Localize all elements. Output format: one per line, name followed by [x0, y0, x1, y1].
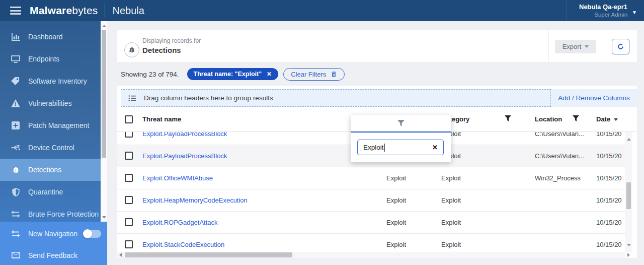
clear-input-icon[interactable]: ✕: [432, 144, 438, 151]
vertical-scrollbar-thumb[interactable]: [626, 182, 631, 209]
table-row[interactable]: Exploit.HeapMemoryCodeExecutionExploitEx…: [117, 189, 625, 212]
sidebar-item-detections[interactable]: Detections: [0, 159, 101, 181]
header-divider: [548, 30, 549, 63]
scroll-left-icon[interactable]: [119, 253, 122, 257]
showing-count: Showing 23 of 794.: [121, 71, 179, 78]
sidebar-item-dashboard[interactable]: Dashboard: [0, 26, 101, 48]
scroll-down-icon[interactable]: [625, 242, 632, 248]
type-cell: Exploit: [386, 241, 406, 248]
scroll-up-icon[interactable]: [101, 23, 107, 29]
column-location[interactable]: Location: [535, 115, 562, 123]
sidebar-item-label: Brute Force Protection: [28, 210, 99, 218]
sidebar-item-device-control[interactable]: Device Control: [0, 137, 101, 159]
swap-arrows-icon: [11, 209, 21, 219]
row-checkbox[interactable]: [125, 240, 133, 248]
horizontal-scrollbar-thumb[interactable]: [125, 252, 292, 257]
row-checkbox[interactable]: [125, 174, 133, 182]
sidebar-item-software-inventory[interactable]: Software Inventory: [0, 70, 101, 92]
sidebar-item-patch-management[interactable]: Patch Management: [0, 114, 101, 137]
dashboard-icon: [11, 32, 21, 42]
sidebar-item-label: Vulnerabilities: [28, 99, 72, 107]
category-cell: Exploit: [441, 219, 461, 226]
row-checkbox[interactable]: [125, 132, 133, 138]
horizontal-scrollbar[interactable]: [117, 252, 625, 258]
sidebar-item-new-navigation[interactable]: New Navigation: [0, 223, 107, 244]
refresh-button[interactable]: [612, 39, 629, 54]
threat-name-link[interactable]: Exploit.OfficeWMIAbuse: [142, 174, 213, 182]
close-icon[interactable]: ✕: [267, 71, 272, 78]
threat-name-link[interactable]: Exploit.StackCodeExecution: [142, 241, 224, 248]
vertical-scrollbar[interactable]: [625, 132, 632, 252]
sidebar-item-label: Detections: [28, 166, 61, 174]
sort-desc-icon: [614, 118, 618, 121]
category-cell: Exploit: [441, 241, 461, 248]
bug-icon: [124, 42, 139, 57]
sidebar-item-label: Quarantine: [28, 188, 63, 196]
add-remove-columns-link[interactable]: Add / Remove Columns: [558, 94, 630, 102]
group-list-icon: [128, 95, 136, 102]
sidebar-scrollbar-thumb[interactable]: [102, 30, 106, 158]
clear-filters-button[interactable]: Clear Filters: [283, 68, 345, 81]
envelope-icon: [11, 250, 21, 260]
scroll-up-icon[interactable]: [625, 136, 632, 143]
row-checkbox[interactable]: [125, 196, 133, 204]
threat-name-link[interactable]: Exploit.PayloadProcessBlock: [142, 132, 227, 138]
account-menu[interactable]: Nebula Qa-epr1 Super Admin ▼: [567, 0, 644, 21]
add-remove-columns-band: Add / Remove Columns: [551, 89, 637, 107]
filter-icon[interactable]: [505, 115, 511, 122]
scroll-right-icon[interactable]: [625, 252, 632, 258]
date-cell: 10/15/20: [596, 219, 625, 226]
date-cell: 10/15/20: [596, 241, 625, 248]
scroll-down-icon[interactable]: [101, 214, 107, 221]
software-inventory-icon: [11, 76, 21, 86]
sidebar-item-send-feedback[interactable]: Send Feedback: [0, 244, 107, 265]
table-row[interactable]: Exploit.OfficeWMIAbuseExploitExploitWin3…: [117, 167, 625, 189]
sidebar-item-endpoints[interactable]: Endpoints: [0, 48, 101, 70]
type-cell: Exploit: [386, 196, 406, 204]
product-name: Nebula: [112, 5, 144, 17]
type-cell: Exploit: [386, 174, 406, 182]
threat-name-link[interactable]: Exploit.HeapMemoryCodeExecution: [142, 196, 248, 204]
sidebar-item-label: New Navigation: [28, 230, 77, 238]
row-checkbox[interactable]: [125, 152, 133, 160]
location-cell: C:\Users\Vulan...: [535, 152, 584, 160]
sidebar-item-quarantine[interactable]: Quarantine: [0, 181, 101, 203]
date-cell: 10/15/20: [596, 174, 625, 182]
account-role: Super Admin: [579, 11, 627, 18]
row-checkbox[interactable]: [125, 218, 133, 226]
category-cell: Exploit: [441, 196, 461, 204]
threat-name-filter-chip[interactable]: Threat name: "Exploit" ✕: [187, 68, 279, 80]
new-navigation-toggle[interactable]: [84, 230, 101, 238]
swap-arrows-icon: [11, 229, 21, 239]
export-button[interactable]: Export: [555, 40, 596, 53]
text-cursor: [384, 144, 385, 152]
threat-name-link[interactable]: Exploit.PayloadProcessBlock: [142, 152, 227, 160]
column-threat-name[interactable]: Threat name: [142, 115, 181, 123]
filter-icon[interactable]: [573, 115, 579, 122]
shield-icon: [11, 187, 21, 197]
filter-icon[interactable]: [351, 115, 451, 131]
column-date[interactable]: Date: [596, 115, 618, 123]
page-title: Detections: [142, 46, 181, 54]
malwarebytes-logo: Malwarebytes: [30, 5, 98, 17]
hamburger-menu-icon[interactable]: [10, 7, 21, 15]
column-filter-popup: Exploit ✕: [351, 115, 451, 162]
chevron-down-icon: ▼: [632, 10, 637, 15]
location-cell: C:\Users\Vulan...: [535, 132, 584, 138]
sidebar-scrollbar[interactable]: [101, 21, 107, 222]
threat-name-link[interactable]: Exploit.ROPGadgetAttack: [142, 219, 218, 226]
top-bar: Malwarebytes Nebula Nebula Qa-epr1 Super…: [0, 0, 644, 21]
group-by-dropzone[interactable]: Drag column headers here to group result…: [121, 89, 551, 107]
sidebar-item-vulnerabilities[interactable]: Vulnerabilities: [0, 92, 101, 114]
account-name: Nebula Qa-epr1: [579, 3, 627, 11]
filter-summary-row: Showing 23 of 794. Threat name: "Exploit…: [121, 68, 345, 81]
filter-text-input[interactable]: Exploit ✕: [357, 140, 444, 155]
table-row[interactable]: Exploit.ROPGadgetAttackExploitExploit10/…: [117, 212, 625, 234]
type-cell: Exploit: [386, 219, 406, 226]
page-subtitle: Displaying records for: [142, 37, 201, 44]
group-hint-text: Drag column headers here to group result…: [144, 94, 273, 102]
sidebar-item-label: Dashboard: [28, 33, 63, 41]
topbar-divider: [105, 4, 105, 17]
table-row[interactable]: Exploit.StackCodeExecutionExploitExploit…: [117, 234, 625, 252]
select-all-checkbox[interactable]: [125, 115, 133, 123]
